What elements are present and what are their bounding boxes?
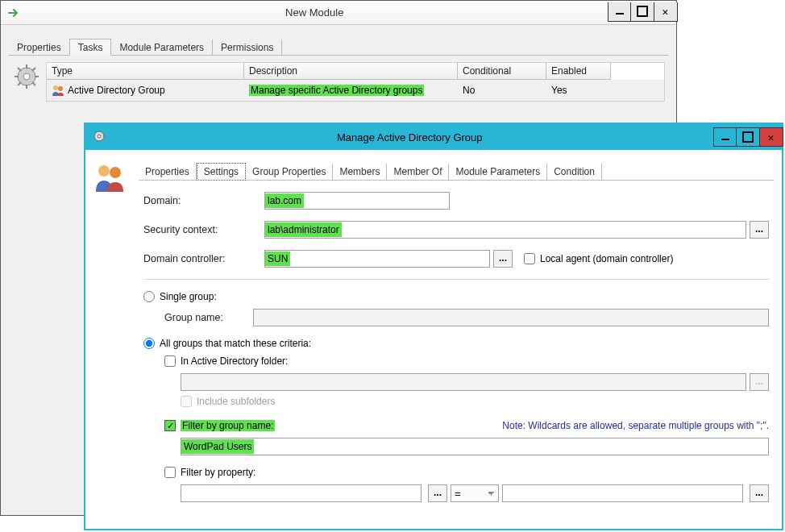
- manage-ad-group-window: Manage Active Directory Group Properties…: [84, 123, 783, 530]
- domain-input[interactable]: lab.com: [264, 192, 450, 210]
- window-title: Manage Active Directory Group: [106, 131, 713, 143]
- tab-properties[interactable]: Properties: [9, 39, 70, 55]
- tab-module-parameters[interactable]: Module Parameters: [449, 164, 547, 180]
- table-header: Type Description Conditional Enabled: [47, 63, 664, 80]
- svg-line-8: [32, 68, 35, 71]
- ad-folder-input: [181, 373, 746, 391]
- gear-icon: [12, 62, 41, 91]
- svg-point-13: [98, 135, 101, 138]
- th-type[interactable]: Type: [47, 63, 244, 80]
- browse-security-context-button[interactable]: ...: [750, 221, 769, 239]
- filter-property-label: Filter by property:: [181, 467, 255, 478]
- security-context-input[interactable]: lab\administrator: [264, 221, 746, 239]
- single-group-label: Single group:: [160, 291, 217, 302]
- manage-ad-group-content: Properties Settings Group Properties Mem…: [85, 150, 782, 532]
- th-conditional[interactable]: Conditional: [458, 63, 546, 80]
- all-groups-label: All groups that match these criteria:: [160, 338, 311, 349]
- domain-label: Domain:: [143, 195, 264, 206]
- group-name-label: Group name:: [164, 312, 253, 323]
- group-name-input: [253, 309, 769, 326]
- include-subfolders-label: Include subfolders: [197, 396, 275, 407]
- titlebar: New Module: [1, 1, 676, 25]
- filter-name-checkbox[interactable]: ✓: [164, 420, 176, 431]
- cell-type: Active Directory Group: [68, 85, 165, 96]
- tab-condition[interactable]: Condition: [547, 164, 602, 180]
- minimize-button[interactable]: [608, 2, 632, 22]
- tab-settings[interactable]: Settings: [197, 163, 246, 181]
- local-agent-label: Local agent (domain controller): [540, 253, 673, 264]
- svg-point-10: [53, 85, 58, 90]
- tab-members[interactable]: Members: [333, 164, 387, 180]
- window-controls: [713, 127, 783, 147]
- filter-name-label: Filter by group name:: [181, 420, 275, 431]
- filter-name-input[interactable]: WordPad Users: [181, 438, 769, 455]
- svg-line-6: [18, 68, 21, 71]
- tab-properties[interactable]: Properties: [139, 164, 197, 180]
- svg-point-1: [23, 73, 30, 80]
- filter-operator-select[interactable]: =: [451, 484, 499, 502]
- tab-group-properties[interactable]: Group Properties: [246, 164, 333, 180]
- svg-point-11: [58, 86, 63, 91]
- table-row[interactable]: Active Directory Group Manage specific A…: [47, 80, 664, 101]
- domain-controller-input[interactable]: SUN: [264, 250, 490, 268]
- filter-property-name-input[interactable]: [181, 484, 422, 502]
- security-context-label: Security context:: [143, 224, 264, 235]
- all-groups-radio[interactable]: [143, 338, 155, 349]
- maximize-button[interactable]: [736, 127, 760, 147]
- window-controls: [608, 2, 677, 23]
- tab-permissions[interactable]: Permissions: [213, 39, 282, 55]
- sidebar-icon-area: [93, 161, 131, 525]
- include-subfolders-checkbox: [181, 396, 192, 407]
- close-button[interactable]: [654, 2, 678, 22]
- domain-controller-label: Domain controller:: [143, 253, 264, 264]
- local-agent-checkbox[interactable]: [524, 253, 535, 264]
- in-ad-folder-checkbox[interactable]: [164, 355, 176, 367]
- browse-dc-button[interactable]: ...: [493, 250, 513, 268]
- cell-conditional: No: [458, 83, 546, 98]
- in-ad-folder-label: In Active Directory folder:: [181, 355, 288, 367]
- filter-property-value-input[interactable]: [502, 484, 743, 502]
- svg-line-7: [32, 82, 35, 85]
- single-group-radio[interactable]: [143, 291, 155, 302]
- maximize-button[interactable]: [630, 2, 654, 22]
- cell-enabled: Yes: [546, 83, 611, 98]
- svg-line-9: [18, 82, 21, 85]
- browse-value-button[interactable]: ...: [750, 484, 769, 502]
- tab-tasks[interactable]: Tasks: [69, 39, 112, 56]
- svg-point-14: [98, 165, 110, 177]
- filter-name-note: Note: Wildcards are allowed, separate mu…: [502, 420, 769, 431]
- browse-property-button[interactable]: ...: [428, 484, 447, 502]
- settings-form: Domain: lab.com Security context: lab\ad…: [139, 181, 774, 525]
- gear-icon: [92, 129, 106, 146]
- tabstrip: Properties Tasks Module Parameters Permi…: [9, 36, 668, 56]
- tab-member-of[interactable]: Member Of: [387, 164, 449, 180]
- groupbox: Single group: Group name: All groups tha…: [143, 279, 769, 513]
- browse-ad-folder-button: ...: [750, 373, 769, 391]
- users-icon: [52, 84, 64, 97]
- minimize-button[interactable]: [713, 127, 737, 147]
- tasks-body: Type Description Conditional Enabled Act…: [9, 56, 668, 108]
- titlebar: Manage Active Directory Group: [85, 124, 782, 150]
- close-button[interactable]: [759, 127, 783, 147]
- users-icon: [93, 185, 126, 196]
- window-title: New Module: [22, 6, 608, 19]
- cell-description: Manage specific Active Directory groups: [249, 85, 424, 96]
- forward-arrow-icon: [6, 5, 22, 21]
- new-module-content: Properties Tasks Module Parameters Permi…: [1, 25, 676, 116]
- svg-point-15: [110, 167, 121, 178]
- tasks-table: Type Description Conditional Enabled Act…: [46, 62, 665, 102]
- th-enabled[interactable]: Enabled: [546, 63, 611, 80]
- main-panel: Properties Settings Group Properties Mem…: [139, 161, 774, 525]
- th-description[interactable]: Description: [244, 63, 458, 80]
- filter-property-checkbox[interactable]: [164, 467, 176, 478]
- tabstrip: Properties Settings Group Properties Mem…: [139, 161, 774, 181]
- tab-module-parameters[interactable]: Module Parameters: [111, 39, 213, 55]
